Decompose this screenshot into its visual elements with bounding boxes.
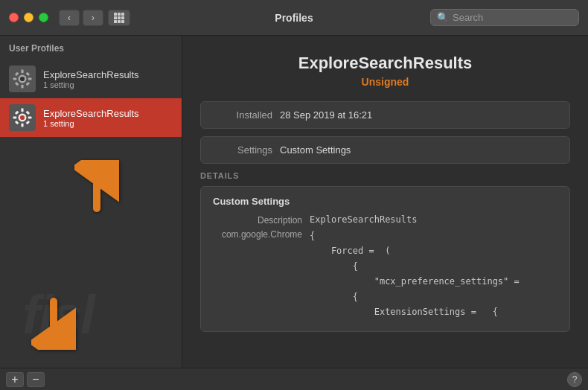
grid-button[interactable] xyxy=(108,10,130,26)
profile-item-2[interactable]: ExploreSearchResults 1 setting xyxy=(0,98,182,137)
svg-rect-3 xyxy=(21,85,23,89)
svg-rect-13 xyxy=(21,124,23,127)
svg-rect-14 xyxy=(13,116,17,118)
arrow-down-annotation xyxy=(31,298,76,359)
svg-rect-4 xyxy=(13,77,17,80)
nav-buttons: ‹ › xyxy=(59,10,103,26)
profile-name-2: ExploreSearchResults xyxy=(43,108,139,119)
custom-settings-title: Custom Settings xyxy=(213,196,557,207)
details-box: Custom Settings Description ExploreSearc… xyxy=(200,186,570,332)
profile-text-1: ExploreSearchResults 1 setting xyxy=(43,69,139,89)
forward-button[interactable]: › xyxy=(83,10,103,26)
chrome-label: com.google.Chrome xyxy=(213,228,302,240)
svg-rect-15 xyxy=(28,116,32,118)
sidebar-label: User Profiles xyxy=(0,43,182,60)
installed-value: 28 Sep 2019 at 16:21 xyxy=(280,109,372,121)
chrome-row: com.google.Chrome { Forced = ( { "mcx_pr… xyxy=(213,228,557,319)
settings-value: Custom Settings xyxy=(280,144,351,156)
code-line-3: { xyxy=(310,259,520,274)
svg-rect-2 xyxy=(21,70,23,74)
search-bar: 🔍 xyxy=(430,9,579,26)
minimize-dot[interactable] xyxy=(24,13,33,22)
svg-rect-18 xyxy=(15,121,19,124)
remove-button[interactable]: − xyxy=(27,372,45,387)
gear-icon-2 xyxy=(12,107,33,128)
svg-rect-8 xyxy=(15,82,19,86)
svg-rect-19 xyxy=(26,121,30,124)
search-input[interactable] xyxy=(453,12,572,23)
code-line-4: "mcx_preference_settings" = xyxy=(310,274,520,289)
code-line-1: { xyxy=(310,228,520,243)
profile-item-1[interactable]: ExploreSearchResults 1 setting xyxy=(0,60,182,98)
svg-point-1 xyxy=(20,77,25,81)
profile-sub-1: 1 setting xyxy=(43,80,139,89)
titlebar: ‹ › Profiles 🔍 xyxy=(0,0,588,36)
profile-sub-2: 1 setting xyxy=(43,119,139,128)
description-label: Description xyxy=(213,214,302,226)
svg-rect-5 xyxy=(28,77,32,80)
help-button[interactable]: ? xyxy=(567,372,582,387)
code-line-6: ExtensionSettings = { xyxy=(310,304,520,319)
settings-label: Settings xyxy=(213,144,272,156)
description-value: ExploreSearchResults xyxy=(310,214,418,225)
back-button[interactable]: ‹ xyxy=(59,10,80,26)
profile-icon-2 xyxy=(9,104,36,131)
add-button[interactable]: + xyxy=(6,372,24,387)
profile-name-1: ExploreSearchResults xyxy=(43,69,139,80)
svg-rect-12 xyxy=(21,109,23,112)
svg-rect-16 xyxy=(15,111,19,115)
maximize-dot[interactable] xyxy=(39,13,48,22)
detail-status: Unsigned xyxy=(200,76,570,88)
grid-icon xyxy=(114,13,124,23)
arrow-up-annotation xyxy=(74,160,119,221)
svg-rect-9 xyxy=(26,82,30,86)
code-block: { Forced = ( { "mcx_preference_settings"… xyxy=(310,228,520,319)
svg-rect-7 xyxy=(26,72,30,76)
code-line-2: Forced = ( xyxy=(310,243,520,258)
titlebar-title: Profiles xyxy=(275,12,313,24)
window-controls xyxy=(9,13,48,22)
close-dot[interactable] xyxy=(9,13,19,22)
bottom-toolbar: + − ? xyxy=(0,368,588,390)
svg-point-11 xyxy=(20,115,25,120)
profile-text-2: ExploreSearchResults 1 setting xyxy=(43,108,139,128)
code-line-5: { xyxy=(310,290,520,304)
installed-row: Installed 28 Sep 2019 at 16:21 xyxy=(200,101,570,129)
gear-icon-1 xyxy=(12,68,33,89)
search-icon: 🔍 xyxy=(437,12,449,23)
svg-rect-6 xyxy=(15,72,19,76)
description-row: Description ExploreSearchResults xyxy=(213,214,557,226)
detail-title: ExploreSearchResults xyxy=(200,54,570,73)
svg-rect-17 xyxy=(26,111,30,115)
details-section-label: DETAILS xyxy=(200,171,570,180)
installed-label: Installed xyxy=(213,109,272,121)
detail-panel: ExploreSearchResults Unsigned Installed … xyxy=(182,36,588,368)
profile-icon-1 xyxy=(9,65,36,92)
settings-row: Settings Custom Settings xyxy=(200,136,570,164)
